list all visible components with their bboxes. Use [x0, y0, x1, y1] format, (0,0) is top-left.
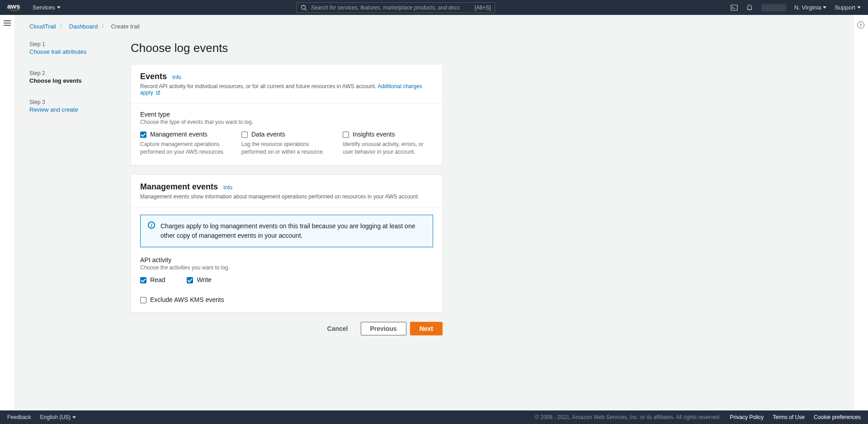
left-rail [0, 15, 15, 410]
mgmt-panel-title: Management events [140, 182, 218, 191]
copyright: © 2008 - 2021, Amazon Web Services, Inc.… [535, 414, 721, 420]
support-label: Support [835, 4, 855, 11]
terms-link[interactable]: Terms of Use [773, 414, 805, 420]
insights-events-desc: Identify unusual activity, errors, or us… [343, 141, 433, 156]
step-number: Step 2 [29, 70, 102, 76]
step-number: Step 1 [29, 41, 102, 47]
checkbox-label: Read [150, 276, 165, 283]
step-2: Step 2 Choose log events [29, 70, 102, 92]
search-input[interactable] [311, 5, 471, 11]
account-menu[interactable] [761, 4, 786, 11]
write-checkbox[interactable]: Write [187, 276, 211, 283]
chevron-down-icon [57, 6, 61, 9]
breadcrumb-current: Create trail [111, 23, 140, 30]
step-label: Choose log events [29, 77, 102, 84]
management-events-panel: Management events Info Management events… [131, 174, 443, 313]
checkbox-icon [343, 132, 349, 138]
step-1[interactable]: Step 1 Choose trail attributes [29, 41, 102, 63]
api-activity-help: Choose the activities you want to log. [140, 264, 433, 271]
management-events-desc: Capture management operations performed … [140, 141, 231, 156]
events-panel: Events Info Record API activity for indi… [131, 64, 443, 165]
previous-button[interactable]: Previous [361, 322, 406, 335]
language-label: English (US) [40, 414, 71, 420]
step-label: Choose trail attributes [29, 48, 102, 55]
data-events-checkbox[interactable]: Data events [241, 131, 332, 138]
breadcrumb: CloudTrail 〉 Dashboard 〉 Create trail [29, 15, 853, 30]
checkbox-icon [187, 277, 193, 283]
search-box[interactable]: [Alt+S] [296, 2, 495, 13]
mgmt-info-link[interactable]: Info [223, 184, 232, 191]
events-info-link[interactable]: Info [172, 74, 181, 80]
api-activity-label: API activity [140, 256, 433, 264]
checkbox-icon [140, 277, 146, 283]
svg-line-1 [305, 9, 307, 10]
cookies-link[interactable]: Cookie preferences [814, 414, 861, 420]
notifications-icon[interactable] [746, 4, 753, 11]
privacy-link[interactable]: Privacy Policy [730, 414, 764, 420]
wizard-actions: Cancel Previous Next [131, 322, 443, 335]
chevron-right-icon: 〉 [101, 22, 107, 30]
region-menu[interactable]: N. Virginia [794, 4, 827, 11]
step-3[interactable]: Step 3 Review and create [29, 99, 102, 120]
checkbox-icon [140, 297, 146, 303]
hamburger-icon[interactable] [4, 20, 11, 27]
services-menu[interactable]: Services [33, 4, 61, 11]
step-label: Review and create [29, 106, 102, 113]
checkbox-label: Insights events [353, 131, 395, 138]
mgmt-panel-desc: Management events show information about… [140, 193, 433, 200]
language-selector[interactable]: English (US) [40, 414, 76, 420]
checkbox-label: Management events [150, 131, 208, 138]
breadcrumb-service[interactable]: CloudTrail [29, 23, 56, 30]
page-title: Choose log events [131, 41, 443, 55]
insights-events-checkbox[interactable]: Insights events [343, 131, 433, 138]
footer-bar: Feedback English (US) © 2008 - 2021, Ama… [0, 410, 868, 424]
step-number: Step 3 [29, 99, 102, 105]
events-panel-title: Events [140, 72, 167, 81]
search-shortcut: [Alt+S] [475, 5, 491, 11]
top-nav: aws Services [Alt+S] N. Virginia [0, 0, 868, 15]
svg-point-0 [302, 5, 306, 9]
support-menu[interactable]: Support [835, 4, 861, 11]
chevron-down-icon [823, 6, 826, 9]
checkbox-label: Write [197, 276, 211, 283]
charges-alert: i Charges apply to log management events… [140, 215, 433, 247]
alert-text: Charges apply to log management events o… [160, 221, 425, 240]
chevron-down-icon [72, 416, 76, 419]
checkbox-icon [140, 132, 146, 138]
event-type-help: Choose the type of events that you want … [140, 119, 433, 125]
services-label: Services [33, 4, 55, 11]
exclude-kms-checkbox[interactable]: Exclude AWS KMS events [140, 296, 433, 303]
checkbox-label: Exclude AWS KMS events [150, 296, 224, 303]
svg-rect-2 [731, 5, 737, 10]
external-link-icon [156, 90, 160, 95]
help-panel-toggle[interactable]: i [857, 21, 864, 28]
management-events-checkbox[interactable]: Management events [140, 131, 231, 138]
checkbox-label: Data events [251, 131, 285, 138]
read-checkbox[interactable]: Read [140, 276, 165, 283]
right-rail: i [853, 15, 868, 410]
cloudshell-icon[interactable] [731, 4, 738, 11]
event-type-label: Event type [140, 111, 433, 118]
data-events-desc: Log the resource operations performed on… [241, 141, 332, 156]
search-icon [300, 4, 307, 11]
next-button[interactable]: Next [410, 322, 443, 335]
cancel-button[interactable]: Cancel [318, 322, 357, 335]
aws-logo[interactable]: aws [7, 4, 22, 11]
region-label: N. Virginia [794, 4, 821, 11]
events-desc: Record API activity for individual resou… [140, 83, 376, 90]
info-icon: i [148, 221, 155, 229]
chevron-right-icon: 〉 [60, 22, 66, 30]
feedback-link[interactable]: Feedback [7, 414, 31, 420]
chevron-down-icon [857, 6, 861, 9]
wizard-steps: Step 1 Choose trail attributes Step 2 Ch… [29, 41, 102, 335]
breadcrumb-dashboard[interactable]: Dashboard [69, 23, 98, 30]
checkbox-icon [241, 132, 248, 138]
account-name-obscured [761, 4, 786, 11]
